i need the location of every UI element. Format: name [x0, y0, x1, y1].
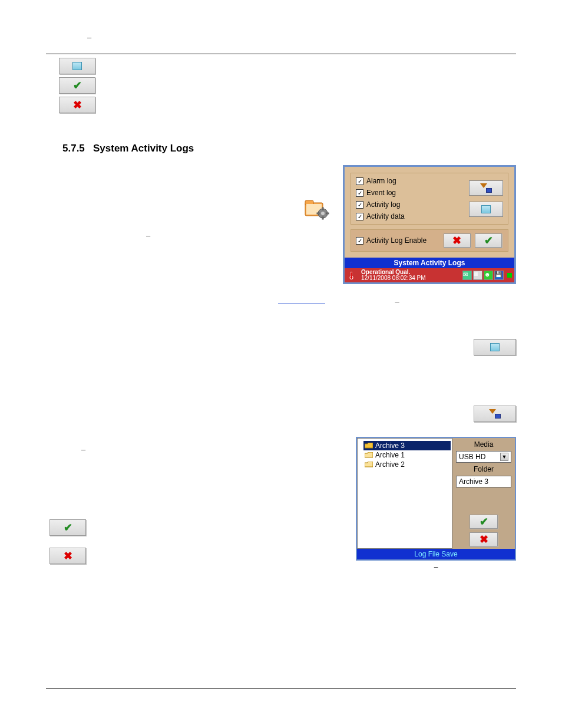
tree-item-label: Archive 3: [375, 442, 405, 450]
cyan-box-icon: [490, 343, 500, 351]
checkmark-icon: ✔: [480, 515, 488, 528]
status-bar: Operational Qual. 12/11/2008 08:02:34 PM…: [345, 268, 514, 282]
confirm-button[interactable]: ✔: [59, 77, 95, 94]
section-heading: 5.7.5 System Activity Logs: [62, 143, 516, 154]
footer-rule: [46, 688, 516, 689]
folder-open-icon: [365, 443, 373, 449]
confirm-button-2[interactable]: ✔: [49, 519, 86, 536]
checkbox-icon: ✓: [356, 189, 363, 197]
xmark-icon: ✖: [73, 98, 82, 111]
section-title: System Activity Logs: [93, 143, 194, 154]
tree-item-label: Archive 2: [375, 460, 405, 469]
checkmark-icon: ✔: [64, 521, 72, 534]
activity-data-checkbox[interactable]: ✓ Activity data: [356, 212, 405, 220]
top-dash: –: [87, 33, 516, 42]
cyan-box-icon: [72, 62, 82, 70]
panel-cancel-button[interactable]: ✖: [444, 233, 471, 248]
shot2-caption: –: [356, 563, 516, 571]
folder-icon: [365, 452, 373, 459]
svg-point-13: [351, 276, 353, 279]
checkmark-icon: ✔: [73, 79, 82, 92]
alarm-log-checkbox[interactable]: ✓ Alarm log: [356, 177, 405, 185]
tree-item-archive1[interactable]: Archive 1: [363, 450, 451, 460]
save-confirm-button[interactable]: ✔: [470, 515, 498, 529]
window-titlebar: System Activity Logs: [345, 258, 514, 268]
body-dash-b: –: [81, 445, 85, 454]
checkbox-icon: ✓: [356, 201, 363, 209]
shot1-caption: –: [395, 297, 399, 306]
folder-icon: [365, 462, 373, 468]
media-label: Media: [456, 440, 511, 449]
export-button[interactable]: [469, 180, 503, 196]
folder-gear-icon: [304, 197, 330, 220]
record-dot-icon: [507, 273, 512, 278]
blank-link[interactable]: [278, 297, 325, 304]
svg-rect-7: [322, 217, 323, 219]
export-icon: [489, 409, 501, 419]
folder-input[interactable]: Archive 3: [456, 476, 511, 487]
header-rule: [46, 54, 516, 54]
right-panel: Media USB HD ▼ Folder Archive 3 ✔: [452, 438, 515, 549]
tree-item-label: Archive 1: [375, 451, 405, 459]
xmark-icon: ✖: [480, 533, 488, 546]
xmark-icon: ✖: [452, 234, 461, 247]
status-icons: ✉ ▦ ☻ 💾: [462, 271, 512, 280]
xmark-icon: ✖: [64, 549, 72, 562]
disk-icon[interactable]: 💾: [494, 271, 504, 280]
log-checkbox-panel: ✓ Alarm log ✓ Event log ✓ Activity log: [351, 173, 508, 225]
media-select[interactable]: USB HD ▼: [456, 451, 511, 463]
save-window-title: Log File Save: [357, 549, 515, 559]
folder-label: Folder: [456, 465, 511, 473]
media-value: USB HD: [459, 453, 485, 461]
svg-rect-12: [351, 272, 352, 277]
save-cancel-button[interactable]: ✖: [470, 532, 498, 546]
cyan-box-icon: [481, 205, 491, 213]
mail-icon[interactable]: ✉: [462, 271, 472, 280]
grid-icon[interactable]: ▦: [473, 271, 482, 280]
svg-point-5: [321, 212, 325, 215]
activity-log-label: Activity log: [366, 200, 400, 209]
export-icon: [480, 183, 492, 193]
svg-rect-9: [326, 213, 329, 214]
checkmark-icon: ✔: [484, 234, 493, 247]
cancel-button-2[interactable]: ✖: [49, 548, 86, 564]
dropdown-arrow-icon: ▼: [500, 453, 508, 461]
activity-data-label: Activity data: [366, 212, 405, 220]
section-number: 5.7.5: [62, 143, 85, 154]
checkbox-icon: ✓: [356, 177, 363, 185]
activity-log-checkbox[interactable]: ✓ Activity log: [356, 200, 405, 209]
home-button[interactable]: [59, 58, 95, 74]
checkbox-icon: ✓: [356, 213, 363, 220]
user-icon[interactable]: ☻: [484, 271, 493, 280]
body-dash-a: –: [146, 231, 150, 240]
folder-value: Archive 3: [459, 477, 488, 486]
cancel-button[interactable]: ✖: [59, 97, 95, 113]
svg-rect-8: [317, 213, 319, 214]
status-line2: 12/11/2008 08:02:34 PM: [361, 275, 426, 281]
activity-log-enable-checkbox[interactable]: ✓ Activity Log Enable: [356, 236, 427, 245]
enable-label: Activity Log Enable: [366, 236, 427, 245]
panel-confirm-button[interactable]: ✔: [475, 233, 502, 248]
home-button-right1[interactable]: [474, 339, 516, 355]
tree-item-archive3[interactable]: Archive 3: [363, 441, 451, 450]
system-activity-logs-window: ✓ Alarm log ✓ Event log ✓ Activity log: [343, 165, 516, 284]
checkbox-icon: ✓: [356, 237, 363, 245]
enable-row: ✓ Activity Log Enable ✖ ✔: [351, 229, 508, 252]
tree-item-archive2[interactable]: Archive 2: [363, 460, 451, 469]
folder-tree[interactable]: Archive 3 Archive 1 Archive 2: [357, 438, 452, 549]
svg-rect-6: [322, 207, 323, 210]
home-button-window[interactable]: [469, 202, 503, 217]
event-log-label: Event log: [366, 189, 396, 197]
thermometer-icon: [347, 271, 356, 279]
event-log-checkbox[interactable]: ✓ Event log: [356, 189, 405, 197]
alarm-log-label: Alarm log: [366, 177, 396, 185]
log-file-save-window: Archive 3 Archive 1 Archive 2: [356, 437, 516, 561]
export-button-right[interactable]: [474, 406, 516, 422]
